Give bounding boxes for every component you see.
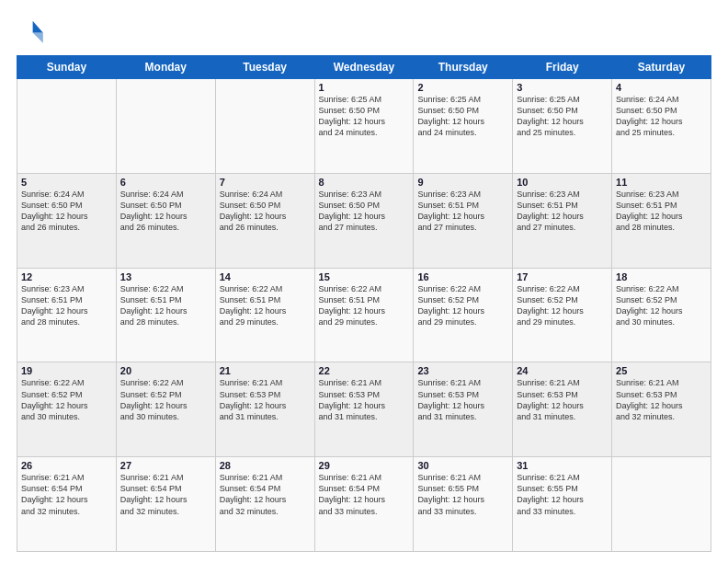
day-info: Sunrise: 6:23 AM Sunset: 6:51 PM Dayligh… — [21, 283, 112, 328]
day-number: 9 — [417, 177, 508, 188]
calendar-cell: 19Sunrise: 6:22 AM Sunset: 6:52 PM Dayli… — [17, 362, 117, 457]
calendar-cell: 15Sunrise: 6:22 AM Sunset: 6:51 PM Dayli… — [314, 268, 414, 362]
calendar-header-row: SundayMondayTuesdayWednesdayThursdayFrid… — [17, 56, 711, 79]
day-info: Sunrise: 6:25 AM Sunset: 6:50 PM Dayligh… — [319, 94, 410, 139]
day-info: Sunrise: 6:22 AM Sunset: 6:51 PM Dayligh… — [319, 283, 410, 328]
calendar-cell: 16Sunrise: 6:22 AM Sunset: 6:52 PM Dayli… — [414, 268, 513, 362]
calendar-cell: 31Sunrise: 6:21 AM Sunset: 6:55 PM Dayli… — [513, 457, 612, 552]
day-number: 4 — [616, 82, 707, 93]
day-info: Sunrise: 6:21 AM Sunset: 6:53 PM Dayligh… — [319, 377, 410, 422]
calendar-cell: 9Sunrise: 6:23 AM Sunset: 6:51 PM Daylig… — [414, 173, 513, 268]
day-info: Sunrise: 6:24 AM Sunset: 6:50 PM Dayligh… — [220, 189, 311, 234]
day-number: 15 — [319, 271, 410, 282]
day-info: Sunrise: 6:23 AM Sunset: 6:51 PM Dayligh… — [616, 189, 707, 234]
day-info: Sunrise: 6:24 AM Sunset: 6:50 PM Dayligh… — [616, 94, 707, 139]
calendar-week-1: 1Sunrise: 6:25 AM Sunset: 6:50 PM Daylig… — [17, 79, 711, 174]
weekday-header-wednesday: Wednesday — [314, 56, 414, 79]
day-info: Sunrise: 6:21 AM Sunset: 6:53 PM Dayligh… — [517, 377, 608, 422]
calendar-cell — [612, 457, 711, 552]
day-number: 11 — [616, 177, 707, 188]
day-info: Sunrise: 6:22 AM Sunset: 6:51 PM Dayligh… — [120, 283, 211, 328]
day-number: 25 — [616, 365, 707, 376]
logo — [17, 17, 50, 46]
calendar-cell: 24Sunrise: 6:21 AM Sunset: 6:53 PM Dayli… — [513, 362, 612, 457]
day-number: 2 — [417, 82, 508, 93]
calendar-cell: 11Sunrise: 6:23 AM Sunset: 6:51 PM Dayli… — [612, 173, 711, 268]
day-number: 6 — [120, 177, 211, 188]
weekday-header-friday: Friday — [513, 56, 612, 79]
day-info: Sunrise: 6:21 AM Sunset: 6:55 PM Dayligh… — [417, 472, 508, 517]
day-info: Sunrise: 6:21 AM Sunset: 6:54 PM Dayligh… — [220, 472, 311, 517]
day-number: 10 — [517, 177, 608, 188]
day-info: Sunrise: 6:21 AM Sunset: 6:53 PM Dayligh… — [616, 377, 707, 422]
day-info: Sunrise: 6:22 AM Sunset: 6:52 PM Dayligh… — [120, 377, 211, 422]
calendar-week-5: 26Sunrise: 6:21 AM Sunset: 6:54 PM Dayli… — [17, 457, 711, 552]
calendar-cell: 4Sunrise: 6:24 AM Sunset: 6:50 PM Daylig… — [612, 79, 711, 174]
calendar-cell: 22Sunrise: 6:21 AM Sunset: 6:53 PM Dayli… — [314, 362, 414, 457]
calendar-cell: 7Sunrise: 6:24 AM Sunset: 6:50 PM Daylig… — [215, 173, 314, 268]
day-info: Sunrise: 6:22 AM Sunset: 6:52 PM Dayligh… — [417, 283, 508, 328]
day-info: Sunrise: 6:21 AM Sunset: 6:54 PM Dayligh… — [21, 472, 112, 517]
day-info: Sunrise: 6:23 AM Sunset: 6:50 PM Dayligh… — [319, 189, 410, 234]
day-info: Sunrise: 6:23 AM Sunset: 6:51 PM Dayligh… — [517, 189, 608, 234]
day-number: 8 — [319, 177, 410, 188]
calendar-cell: 18Sunrise: 6:22 AM Sunset: 6:52 PM Dayli… — [612, 268, 711, 362]
day-number: 27 — [120, 460, 211, 471]
calendar-cell: 20Sunrise: 6:22 AM Sunset: 6:52 PM Dayli… — [116, 362, 215, 457]
calendar-cell: 10Sunrise: 6:23 AM Sunset: 6:51 PM Dayli… — [513, 173, 612, 268]
calendar-cell: 23Sunrise: 6:21 AM Sunset: 6:53 PM Dayli… — [414, 362, 513, 457]
day-info: Sunrise: 6:21 AM Sunset: 6:54 PM Dayligh… — [120, 472, 211, 517]
day-info: Sunrise: 6:21 AM Sunset: 6:53 PM Dayligh… — [417, 377, 508, 422]
day-info: Sunrise: 6:22 AM Sunset: 6:52 PM Dayligh… — [517, 283, 608, 328]
calendar-week-3: 12Sunrise: 6:23 AM Sunset: 6:51 PM Dayli… — [17, 268, 711, 362]
calendar-cell: 27Sunrise: 6:21 AM Sunset: 6:54 PM Dayli… — [116, 457, 215, 552]
calendar-cell: 17Sunrise: 6:22 AM Sunset: 6:52 PM Dayli… — [513, 268, 612, 362]
day-number: 13 — [120, 271, 211, 282]
calendar-cell: 8Sunrise: 6:23 AM Sunset: 6:50 PM Daylig… — [314, 173, 414, 268]
day-number: 16 — [417, 271, 508, 282]
day-info: Sunrise: 6:22 AM Sunset: 6:51 PM Dayligh… — [220, 283, 311, 328]
calendar-cell: 2Sunrise: 6:25 AM Sunset: 6:50 PM Daylig… — [414, 79, 513, 174]
day-number: 19 — [21, 365, 112, 376]
calendar-cell: 14Sunrise: 6:22 AM Sunset: 6:51 PM Dayli… — [215, 268, 314, 362]
calendar: SundayMondayTuesdayWednesdayThursdayFrid… — [17, 55, 711, 552]
day-info: Sunrise: 6:21 AM Sunset: 6:53 PM Dayligh… — [220, 377, 311, 422]
weekday-header-thursday: Thursday — [414, 56, 513, 79]
day-number: 31 — [517, 460, 608, 471]
day-number: 5 — [21, 177, 112, 188]
day-number: 21 — [220, 365, 311, 376]
day-number: 14 — [220, 271, 311, 282]
calendar-cell: 13Sunrise: 6:22 AM Sunset: 6:51 PM Dayli… — [116, 268, 215, 362]
day-number: 24 — [517, 365, 608, 376]
day-number: 1 — [319, 82, 410, 93]
calendar-cell: 6Sunrise: 6:24 AM Sunset: 6:50 PM Daylig… — [116, 173, 215, 268]
calendar-week-4: 19Sunrise: 6:22 AM Sunset: 6:52 PM Dayli… — [17, 362, 711, 457]
weekday-header-sunday: Sunday — [17, 56, 117, 79]
day-number: 3 — [517, 82, 608, 93]
day-info: Sunrise: 6:24 AM Sunset: 6:50 PM Dayligh… — [120, 189, 211, 234]
day-number: 20 — [120, 365, 211, 376]
day-number: 26 — [21, 460, 112, 471]
calendar-week-2: 5Sunrise: 6:24 AM Sunset: 6:50 PM Daylig… — [17, 173, 711, 268]
calendar-cell: 21Sunrise: 6:21 AM Sunset: 6:53 PM Dayli… — [215, 362, 314, 457]
calendar-cell: 3Sunrise: 6:25 AM Sunset: 6:50 PM Daylig… — [513, 79, 612, 174]
weekday-header-tuesday: Tuesday — [215, 56, 314, 79]
calendar-cell — [17, 79, 117, 174]
calendar-cell: 25Sunrise: 6:21 AM Sunset: 6:53 PM Dayli… — [612, 362, 711, 457]
day-number: 17 — [517, 271, 608, 282]
calendar-cell — [215, 79, 314, 174]
day-info: Sunrise: 6:24 AM Sunset: 6:50 PM Dayligh… — [21, 189, 112, 234]
svg-marker-1 — [33, 33, 43, 43]
day-number: 7 — [220, 177, 311, 188]
calendar-cell: 28Sunrise: 6:21 AM Sunset: 6:54 PM Dayli… — [215, 457, 314, 552]
day-info: Sunrise: 6:25 AM Sunset: 6:50 PM Dayligh… — [517, 94, 608, 139]
day-info: Sunrise: 6:21 AM Sunset: 6:54 PM Dayligh… — [319, 472, 410, 517]
day-info: Sunrise: 6:21 AM Sunset: 6:55 PM Dayligh… — [517, 472, 608, 517]
day-info: Sunrise: 6:22 AM Sunset: 6:52 PM Dayligh… — [21, 377, 112, 422]
day-number: 22 — [319, 365, 410, 376]
day-number: 29 — [319, 460, 410, 471]
calendar-cell: 30Sunrise: 6:21 AM Sunset: 6:55 PM Dayli… — [414, 457, 513, 552]
logo-icon — [17, 17, 46, 46]
day-number: 28 — [220, 460, 311, 471]
calendar-cell: 5Sunrise: 6:24 AM Sunset: 6:50 PM Daylig… — [17, 173, 117, 268]
